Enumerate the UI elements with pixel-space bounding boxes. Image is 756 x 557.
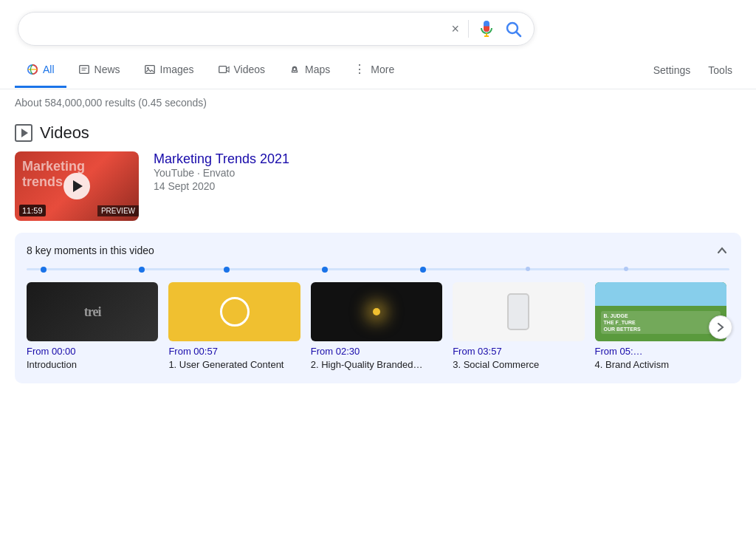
moment-time-3[interactable]: From 03:57: [453, 346, 584, 357]
video-date: 14 Sept 2020: [154, 180, 741, 192]
moment-time-0[interactable]: From 00:00: [27, 346, 158, 357]
tab-more[interactable]: ⋮ More: [342, 52, 406, 89]
brand-overlay: B. JUDGETHE F_TUREOUR BETTERS: [601, 311, 721, 334]
tab-maps[interactable]: Maps: [277, 53, 342, 88]
tab-more-label: More: [371, 64, 394, 75]
mic-icon[interactable]: [478, 20, 495, 38]
key-moments-title: 8 key moments in this video: [27, 245, 154, 256]
videos-section-header: Videos: [15, 123, 741, 143]
video-thumbnail[interactable]: Marketingtrends 11:59 PREVIEW: [15, 151, 139, 221]
moment-card-3: From 03:57 3. Social Commerce: [453, 282, 584, 372]
video-result: Marketingtrends 11:59 PREVIEW Marketing …: [15, 151, 741, 221]
moment-time-4[interactable]: From 05:…: [595, 346, 726, 357]
videos-section-icon: [15, 124, 32, 142]
tab-images-label: Images: [160, 64, 194, 75]
news-icon: [78, 64, 90, 75]
search-icons: ×: [451, 20, 522, 38]
moment-card-0: trei From 00:00 Introduction: [27, 282, 158, 372]
search-divider: [468, 20, 469, 38]
moment-label-4: 4. Brand Activism: [595, 358, 726, 372]
moment-card-2: From 02:30 2. High-Quality Branded…: [311, 282, 442, 372]
key-moments-panel: 8 key moments in this video: [15, 233, 741, 383]
moment-thumbnail-4[interactable]: B. JUDGETHE F_TUREOUR BETTERS: [595, 282, 726, 341]
moment-thumbnail-1[interactable]: [168, 282, 300, 341]
main-content: Videos Marketingtrends 11:59 PREVIEW Mar…: [0, 123, 756, 383]
timeline-dot-3[interactable]: [224, 267, 230, 273]
videos-section-title: Videos: [40, 123, 89, 143]
video-info: Marketing Trends 2021 YouTube · Envato 1…: [154, 151, 741, 192]
outdoor-bg: B. JUDGETHE F_TUREOUR BETTERS: [595, 282, 726, 341]
video-title[interactable]: Marketing Trends 2021: [154, 151, 289, 166]
tab-all-label: All: [43, 64, 55, 75]
timeline-dot-5[interactable]: [420, 267, 426, 273]
phone-shape: [507, 293, 529, 330]
tab-images[interactable]: Images: [132, 53, 206, 88]
svg-rect-8: [145, 65, 154, 73]
play-button[interactable]: [63, 173, 90, 199]
clear-icon[interactable]: ×: [451, 21, 459, 37]
tab-videos-label: Videos: [234, 64, 266, 75]
tab-videos[interactable]: Videos: [206, 53, 278, 88]
timeline-track: [27, 268, 729, 270]
svg-line-3: [517, 33, 521, 37]
moment-label-2: 2. High-Quality Branded…: [311, 358, 442, 372]
timeline-dot-2[interactable]: [139, 267, 145, 273]
images-icon: [144, 64, 156, 75]
moment-card-1: From 00:57 1. User Generated Content: [168, 282, 300, 372]
duration-badge: 11:59: [19, 205, 46, 216]
nav-tabs: All News Images Videos Maps ⋮ More: [0, 52, 756, 89]
maps-icon: [289, 64, 300, 75]
tab-news[interactable]: News: [66, 53, 132, 88]
search-bar-area: marketing trends 2021 video ×: [0, 0, 756, 46]
moment-card-4: B. JUDGETHE F_TUREOUR BETTERS From 05:… …: [595, 282, 726, 372]
svg-rect-5: [79, 65, 88, 73]
svg-point-9: [147, 66, 149, 69]
key-moments-header: 8 key moments in this video: [27, 243, 729, 258]
collapse-key-moments[interactable]: [715, 243, 729, 258]
timeline-dot-6: [526, 267, 530, 271]
videos-icon: [218, 64, 230, 75]
moment-time-1[interactable]: From 00:57: [168, 346, 300, 357]
moment-label-1: 1. User Generated Content: [168, 358, 300, 372]
moments-grid: trei From 00:00 Introduction From 00:57 …: [27, 282, 729, 372]
search-button-icon[interactable]: [504, 20, 522, 38]
moment-thumbnail-0[interactable]: trei: [27, 282, 158, 341]
moment-label-3: 3. Social Commerce: [453, 358, 584, 372]
more-dots-icon: ⋮: [354, 62, 366, 76]
tab-news-label: News: [94, 64, 120, 75]
timeline-dot-7: [624, 267, 628, 271]
moment-time-2[interactable]: From 02:30: [311, 346, 442, 357]
timeline: [27, 265, 729, 273]
moment-label-0: Introduction: [27, 358, 158, 372]
timeline-dot-4[interactable]: [322, 267, 328, 273]
tools-link[interactable]: Tools: [699, 54, 741, 86]
svg-rect-10: [219, 66, 226, 72]
all-icon: [27, 64, 38, 75]
preview-badge: PREVIEW: [97, 205, 139, 216]
search-bar: marketing trends 2021 video ×: [18, 12, 535, 46]
circle-shape: [220, 297, 250, 327]
result-count: About 584,000,000 results (0.45 seconds): [0, 89, 756, 113]
video-source: YouTube · Envato: [154, 167, 741, 179]
search-input[interactable]: marketing trends 2021 video: [30, 21, 451, 37]
settings-link[interactable]: Settings: [645, 54, 700, 86]
timeline-dot-1[interactable]: [41, 267, 47, 273]
moments-wrapper: trei From 00:00 Introduction From 00:57 …: [27, 282, 729, 372]
moment-thumbnail-2[interactable]: [311, 282, 442, 341]
carousel-next-button[interactable]: [709, 315, 732, 339]
moment-thumbnail-3[interactable]: [453, 282, 584, 341]
beam-dot: [373, 308, 380, 315]
tab-all[interactable]: All: [15, 53, 66, 88]
moment-thumb-text-0: trei: [84, 304, 101, 320]
tab-maps-label: Maps: [305, 64, 330, 75]
